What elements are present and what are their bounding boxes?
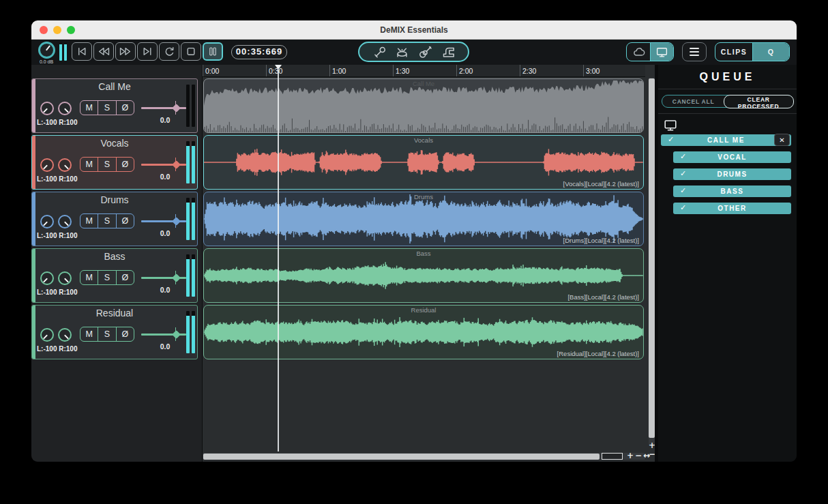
phase-invert-button[interactable]: Ø [116,158,134,171]
knob-pointer [43,221,48,226]
solo-button[interactable]: S [98,214,115,228]
skip-to-start-icon [75,46,89,57]
knob-pointer [46,45,50,50]
cloud-processing-button[interactable] [627,43,650,61]
v-zoom-in-button[interactable]: + [647,441,655,450]
mute-button[interactable]: M [80,214,98,228]
queue-job-drums[interactable]: ✓DRUMS [673,168,791,180]
instrument-filter-pill[interactable] [358,42,469,62]
remove-job-button[interactable]: ✕ [774,134,790,146]
clip-bass[interactable]: Bass[Bass][Local][4.2 (latest)] [203,248,644,303]
vertical-scroll-thumb[interactable] [649,78,655,438]
pan-left-knob[interactable] [40,158,54,172]
solo-button[interactable]: S [98,327,115,341]
track-header-vocals[interactable]: VocalsL:-100 R:100MSØ0.0 [31,135,198,190]
queue-job-other[interactable]: ✓OTHER [673,203,791,214]
mute-button[interactable]: M [80,158,98,171]
queue-job-vocal[interactable]: ✓VOCAL [673,151,791,163]
phase-invert-button[interactable]: Ø [116,327,134,341]
stop-button[interactable] [181,42,201,61]
ruler-tick: 1:00 [329,65,346,77]
pan-right-knob[interactable] [58,271,72,285]
master-volume-knob[interactable] [38,42,55,59]
clip-residual[interactable]: Residual[Residual][Local][4.2 (latest)] [203,305,644,359]
pan-left-knob[interactable] [40,328,54,342]
cloud-icon [632,46,645,57]
main-content: Call MeL:-100 R:100MSØ0.0VocalsL:-100 R:… [31,65,797,462]
queue-tab-button[interactable]: Q [752,43,789,61]
skip-to-end-button[interactable] [137,42,158,61]
gain-slider[interactable] [141,160,186,169]
menu-button[interactable] [682,42,707,61]
solo-button[interactable]: S [98,158,115,171]
mute-button[interactable]: M [80,327,98,341]
app-window: DeMIX Essentials 0.0 dB 00:35:669 CLIPS … [31,20,797,462]
clip-vocals[interactable]: Vocals[Vocals][Local][4.2 (latest)] [203,135,644,190]
gain-slider[interactable] [141,103,186,113]
knob-pointer [64,164,69,169]
clip-title: Residual [204,306,643,314]
track-level-meter [186,85,195,127]
gain-slider[interactable] [141,329,186,339]
mute-button[interactable]: M [80,101,98,115]
loop-button[interactable] [159,42,179,61]
track-header-drums[interactable]: DrumsL:-100 R:100MSØ0.0 [31,192,198,246]
pan-left-knob[interactable] [40,215,54,228]
phase-invert-button[interactable]: Ø [116,271,134,284]
cancel-all-button[interactable]: CANCEL ALL [662,95,724,107]
clip-call-me[interactable]: Call Me [203,78,644,133]
knob-pointer [64,334,69,339]
master-gain-label: 0.0 dB [37,59,56,64]
rewind-button[interactable] [93,42,114,61]
gain-slider[interactable] [141,273,186,282]
mute-button[interactable]: M [80,271,98,284]
clear-processed-button[interactable]: CLEAR PROCESSED [724,95,794,108]
slider-handle[interactable] [172,273,181,282]
knob-pointer [43,108,48,113]
queue-job-bass[interactable]: ✓BASS [673,186,791,197]
pan-range-label: L:-100 R:100 [37,288,77,296]
slider-handle[interactable] [172,104,181,113]
horizontal-zoom-range-box[interactable] [602,453,623,460]
local-processing-button[interactable] [650,43,673,61]
clips-tab-button[interactable]: CLIPS [715,43,752,61]
phase-invert-button[interactable]: Ø [116,214,134,228]
pan-left-knob[interactable] [40,271,54,285]
queue-job-call-me[interactable]: ✓CALL ME✕ [661,134,791,146]
pan-left-knob[interactable] [40,102,54,115]
fast-forward-button[interactable] [115,42,136,61]
pan-right-knob[interactable] [58,215,72,228]
h-zoom-in-button[interactable]: + [627,451,634,460]
track-level-meter [186,141,195,183]
gain-value-label: 0.0 [138,286,192,294]
phase-invert-button[interactable]: Ø [116,101,134,115]
slider-handle[interactable] [172,330,181,339]
horizontal-scroll-thumb[interactable] [203,454,600,460]
solo-button[interactable]: S [98,101,115,115]
menu-icon [690,48,699,50]
slider-handle[interactable] [172,217,181,226]
track-header-call-me[interactable]: Call MeL:-100 R:100MSØ0.0 [31,78,198,133]
horizontal-scrollbar[interactable]: + − ↔ [203,453,645,460]
track-title: Residual [32,308,197,318]
v-zoom-out-button[interactable]: − [647,449,655,459]
microphone-icon [372,46,386,58]
pan-right-knob[interactable] [58,158,72,172]
vertical-scrollbar[interactable] [649,78,655,446]
time-display[interactable]: 00:35:669 [231,45,287,59]
slider-handle[interactable] [172,160,181,169]
pause-button[interactable] [203,42,223,61]
track-header-residual[interactable]: ResidualL:-100 R:100MSØ0.0 [31,305,198,359]
skip-to-start-button[interactable] [72,42,92,61]
track-header-bass[interactable]: BassL:-100 R:100MSØ0.0 [31,248,198,303]
solo-button[interactable]: S [98,271,115,284]
master-section: 0.0 dB [37,41,56,64]
h-zoom-out-button[interactable]: − [635,451,642,460]
timeline-ruler[interactable]: 0:000:301:001:302:002:303:003 [203,65,645,77]
stop-icon [184,46,198,57]
clip-title: Call Me [204,80,643,87]
pan-right-knob[interactable] [58,102,72,115]
clip-drums[interactable]: Drums[Drums][Local][4.2 (latest)] [203,192,644,246]
gain-slider[interactable] [141,216,186,226]
pan-right-knob[interactable] [58,328,72,342]
